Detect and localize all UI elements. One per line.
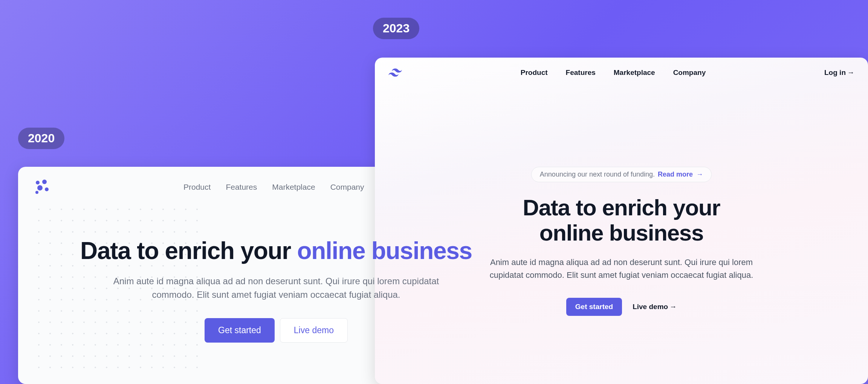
hero-description-2023: Anim aute id magna aliqua ad ad non dese… xyxy=(478,256,765,282)
tailwind-logo-icon xyxy=(388,68,402,77)
nav-item-product[interactable]: Product xyxy=(521,69,548,77)
nav-item-company[interactable]: Company xyxy=(673,69,706,77)
arrow-right-icon: → xyxy=(847,69,854,76)
year-badge-2023: 2023 xyxy=(373,18,419,39)
arrow-right-icon: → xyxy=(696,171,703,178)
announcement-link-label: Read more xyxy=(658,171,693,178)
nav-items-2023: Product Features Marketplace Company xyxy=(521,69,706,77)
live-demo-label: Live demo xyxy=(633,303,668,311)
hero-title-line2: online business xyxy=(539,220,703,245)
live-demo-button[interactable]: Live demo xyxy=(280,318,348,343)
nav-item-features[interactable]: Features xyxy=(226,183,257,192)
svg-point-0 xyxy=(36,181,40,184)
svg-point-1 xyxy=(42,180,47,184)
arrow-right-icon: → xyxy=(669,303,677,311)
svg-point-4 xyxy=(35,191,38,194)
live-demo-link[interactable]: Live demo→ xyxy=(633,303,677,311)
nav-item-marketplace[interactable]: Marketplace xyxy=(614,69,655,77)
nav-item-marketplace[interactable]: Marketplace xyxy=(272,183,315,192)
abstract-dots-logo-icon xyxy=(34,179,50,195)
hero-description-2020: Anim aute id magna aliqua ad ad non dese… xyxy=(107,274,446,302)
announcement-text: Announcing our next round of funding. xyxy=(540,171,655,178)
nav-item-features[interactable]: Features xyxy=(566,69,596,77)
svg-point-2 xyxy=(37,185,43,190)
nav-item-product[interactable]: Product xyxy=(183,183,211,192)
announcement-pill[interactable]: Announcing our next round of funding. Re… xyxy=(531,167,712,182)
hero-buttons-2020: Get started Live demo xyxy=(41,318,512,343)
login-link[interactable]: Log in→ xyxy=(824,69,854,77)
svg-point-3 xyxy=(45,187,49,191)
hero-title-accent: online business xyxy=(297,237,472,264)
get-started-button[interactable]: Get started xyxy=(205,318,275,343)
hero-title-2020: Data to enrich your online business xyxy=(41,238,512,264)
year-badge-2020: 2020 xyxy=(18,128,64,149)
nav-items-2020: Product Features Marketplace Company xyxy=(183,183,364,192)
hero-title-line1: Data to enrich your xyxy=(523,195,720,220)
hero-title-part1: Data to enrich your xyxy=(80,237,297,264)
logo-2023[interactable] xyxy=(388,68,402,77)
nav-2023: Product Features Marketplace Company Log… xyxy=(375,58,868,88)
login-label: Log in xyxy=(824,69,846,76)
nav-item-company[interactable]: Company xyxy=(330,183,364,192)
logo-2020[interactable] xyxy=(34,179,50,195)
get-started-button[interactable]: Get started xyxy=(566,298,622,316)
announcement-link[interactable]: Read more → xyxy=(658,171,703,178)
